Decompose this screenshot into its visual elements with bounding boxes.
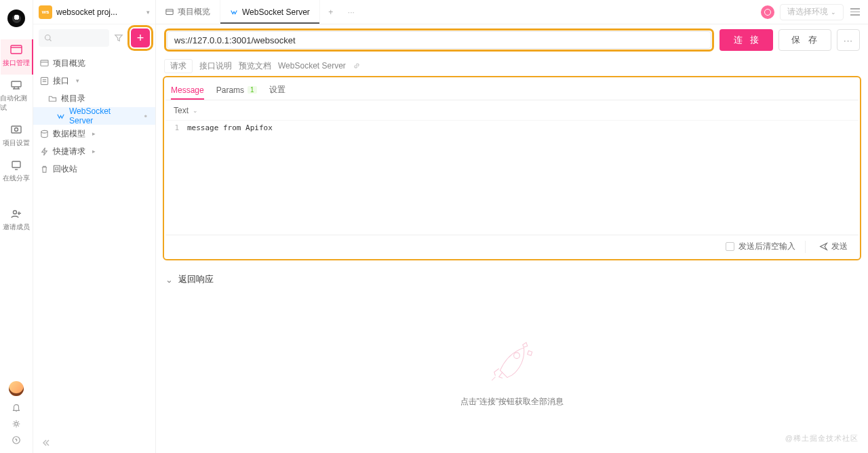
svg-point-11: [41, 130, 47, 133]
tree-overview[interactable]: 项目概览: [33, 54, 155, 72]
sidebar-tree: 项目概览 接口 ▾ 根目录 WebSocket Server • 数据模型 ▸: [33, 52, 155, 433]
response-title: 返回响应: [178, 273, 214, 285]
label: Text: [174, 106, 189, 115]
svg-point-6: [15, 422, 18, 425]
add-button[interactable]: +: [131, 28, 150, 47]
caret-down-icon: ▾: [146, 9, 150, 16]
message-editor[interactable]: 1 message from Apifox: [165, 121, 859, 235]
help-icon[interactable]: [12, 435, 21, 445]
svg-point-8: [45, 35, 51, 41]
label: 发送后清空输入: [738, 241, 795, 252]
editor-content[interactable]: message from Apifox: [183, 121, 859, 235]
label: 项目概览: [178, 6, 210, 18]
clear-after-send[interactable]: 发送后清空输入: [726, 241, 795, 252]
filter-icon[interactable]: [113, 33, 124, 43]
label: 快捷请求: [53, 146, 85, 157]
env-selector[interactable]: 请选择环境 ⌄: [780, 4, 844, 20]
request-panel: Message Params 1 设置 Text ⌄ 1 message fro…: [163, 76, 861, 260]
tab-more-icon[interactable]: ···: [342, 0, 361, 24]
tab-overview[interactable]: 项目概览: [156, 0, 220, 24]
checkbox-icon: [726, 242, 734, 251]
svg-rect-4: [12, 161, 20, 168]
rail-proj-settings[interactable]: 项目设置: [0, 119, 33, 155]
app-logo: [7, 9, 25, 27]
svg-point-5: [14, 211, 17, 214]
rail-auto-test[interactable]: 自动化测试: [0, 75, 33, 119]
main: 项目概览 WebSocket Server + ··· 请选择环境 ⌄ 连 接: [156, 0, 868, 453]
crumb-preview[interactable]: 预览文档: [239, 60, 271, 72]
chevron-down-icon: ⌄: [165, 275, 173, 285]
svg-rect-1: [12, 81, 21, 87]
params-count: 1: [248, 86, 257, 94]
label: 接口: [53, 75, 69, 87]
line-gutter: 1: [165, 121, 183, 235]
panel-tabs: Message Params 1 设置: [165, 80, 859, 100]
project-name: websocket proj...: [56, 7, 142, 17]
sync-icon[interactable]: [761, 5, 774, 19]
address-bar: 连 接 保 存 ···: [156, 24, 868, 56]
svg-rect-10: [41, 77, 47, 84]
tree-root-folder[interactable]: 根目录: [33, 90, 155, 107]
crumb-apidesc[interactable]: 接口说明: [199, 60, 232, 72]
label: 发送: [831, 241, 848, 252]
crumb-ws[interactable]: WebSocket Server: [278, 61, 346, 71]
svg-rect-12: [166, 9, 173, 14]
response-body: 点击"连接"按钮获取全部消息: [156, 292, 868, 453]
project-chip-icon: [39, 5, 52, 19]
format-selector[interactable]: Text ⌄: [165, 100, 859, 121]
tree-websocket-server[interactable]: WebSocket Server •: [33, 107, 155, 125]
url-highlight: [164, 28, 714, 52]
label: 根目录: [61, 93, 85, 104]
chevron-right-icon: ▸: [92, 148, 96, 155]
tab-add[interactable]: +: [320, 0, 342, 24]
link-icon[interactable]: [353, 62, 361, 70]
bell-icon[interactable]: [12, 403, 21, 412]
url-input[interactable]: [167, 31, 711, 49]
label: 数据模型: [53, 128, 85, 140]
collapse-sidebar[interactable]: [33, 433, 155, 453]
svg-rect-0: [11, 45, 22, 54]
project-selector[interactable]: websocket proj... ▾: [33, 0, 155, 24]
panel-footer: 发送后清空输入 发送: [165, 235, 859, 258]
trash-icon: [40, 165, 49, 174]
send-button[interactable]: 发送: [815, 239, 852, 254]
more-button[interactable]: ···: [837, 29, 860, 51]
label: 回收站: [53, 163, 77, 175]
rail-api-mgmt[interactable]: 接口管理: [1, 39, 33, 75]
rail-invite[interactable]: 邀请成员: [0, 203, 33, 239]
label: 项目概览: [53, 58, 85, 69]
tab-websocket[interactable]: WebSocket Server: [220, 0, 320, 24]
ws-icon: [56, 112, 65, 121]
gear-icon[interactable]: [12, 419, 21, 429]
save-button[interactable]: 保 存: [778, 29, 831, 51]
chevron-right-icon: ▸: [92, 130, 96, 137]
nav-rail: 接口管理 自动化测试 项目设置 在线分享 邀请成员: [0, 0, 33, 453]
rail-online-share[interactable]: 在线分享: [0, 155, 33, 190]
response-header[interactable]: ⌄ 返回响应: [156, 267, 868, 292]
tree-datamodel[interactable]: 数据模型 ▸: [33, 125, 155, 142]
label: WebSocket Server: [242, 7, 310, 17]
ptab-message[interactable]: Message: [171, 80, 204, 100]
sidebar: websocket proj... ▾ + 项目概览 接口 ▾: [33, 0, 156, 453]
tabbar: 项目概览 WebSocket Server + ··· 请选择环境 ⌄: [156, 0, 868, 24]
label: WebSocket Server: [69, 106, 134, 125]
sidebar-search[interactable]: [39, 29, 109, 47]
tree-api[interactable]: 接口 ▾: [33, 72, 155, 90]
item-more-icon[interactable]: •: [142, 111, 149, 121]
crumb-request[interactable]: 请求: [164, 59, 193, 73]
folder-icon: [48, 94, 57, 103]
breadcrumb: 请求 接口说明 预览文档 WebSocket Server: [156, 56, 868, 76]
ptab-settings[interactable]: 设置: [269, 80, 285, 100]
rocket-icon: [482, 338, 542, 385]
connect-button[interactable]: 连 接: [719, 29, 774, 51]
user-avatar[interactable]: [9, 381, 24, 396]
svg-point-13: [514, 352, 520, 358]
hamburger-icon[interactable]: [849, 8, 861, 16]
chevron-down-icon: ⌄: [831, 9, 836, 16]
tree-quickreq[interactable]: 快捷请求 ▸: [33, 142, 155, 160]
add-highlight: +: [130, 27, 151, 49]
chevron-down-icon: ⌄: [193, 107, 198, 114]
tree-trash[interactable]: 回收站: [33, 160, 155, 178]
ptab-params[interactable]: Params 1: [216, 80, 257, 100]
label: 请选择环境: [787, 6, 828, 18]
